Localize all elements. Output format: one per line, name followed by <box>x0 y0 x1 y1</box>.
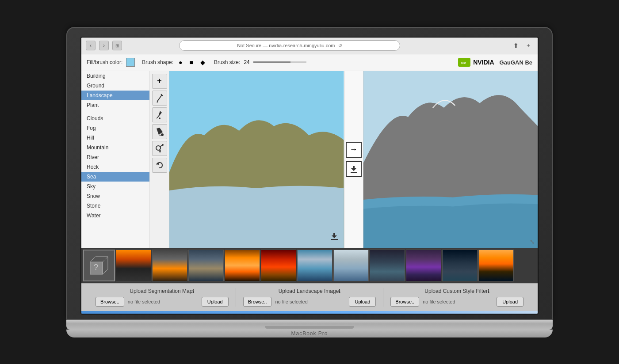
sidebar-item-ground[interactable]: Ground <box>81 81 149 91</box>
upload-style-browse-btn[interactable]: Browse.. <box>390 297 419 307</box>
sidebar-item-clouds[interactable]: Clouds <box>81 114 149 123</box>
svg-line-18 <box>103 257 108 262</box>
upload-landscape-group: Upload Landscape Imageℹ Browse.. no file… <box>236 288 384 307</box>
download-btn[interactable] <box>346 161 362 177</box>
upload-seg-browse-btn[interactable]: Browse.. <box>96 297 124 307</box>
browser-tab-icon: ⊞ <box>112 41 122 50</box>
expand-result-icon[interactable]: ⤡ <box>530 238 535 245</box>
brush-square-btn[interactable]: ■ <box>188 58 195 67</box>
style-thumb-9[interactable] <box>406 250 441 281</box>
app-name: GauGAN Be <box>500 59 532 66</box>
sidebar-item-stone[interactable]: Stone <box>81 201 149 211</box>
style-thumb-6[interactable] <box>297 250 332 281</box>
svg-point-5 <box>159 118 160 119</box>
upload-seg-title: Upload Segmentation Mapℹ <box>96 288 229 294</box>
svg-point-6 <box>161 133 164 136</box>
sidebar-item-river[interactable]: River <box>81 152 149 162</box>
brush-size-label: Brush size: <box>214 59 240 65</box>
brush-shape-label: Brush shape: <box>142 59 173 65</box>
fill-tool-btn[interactable] <box>152 124 167 139</box>
nvidia-label: NVIDIA <box>473 59 494 66</box>
svg-text:?: ? <box>94 263 98 272</box>
pen-tool-btn[interactable] <box>152 91 167 106</box>
result-image: ⤡ <box>363 71 538 248</box>
sidebar-item-landscape[interactable]: Landscape <box>81 91 149 100</box>
style-thumb-10[interactable] <box>442 250 478 281</box>
upload-section: Upload Segmentation Mapℹ Browse.. no fil… <box>81 283 538 311</box>
svg-line-2 <box>157 95 162 101</box>
sidebar-item-mountain[interactable]: Mountain <box>81 143 149 152</box>
svg-rect-14 <box>351 172 357 173</box>
upload-seg-file-label: no file selected <box>128 299 198 304</box>
upload-landscape-file-label: no file selected <box>275 299 345 304</box>
sidebar-item-water[interactable]: Water <box>81 211 149 220</box>
laptop-base: MacBook Pro <box>66 330 553 337</box>
style-thumb-3[interactable] <box>188 250 224 281</box>
style-thumb-8[interactable] <box>370 250 405 281</box>
upload-style-title: Upload Custom Style Filterℹ <box>390 288 523 294</box>
download-canvas-btn[interactable] <box>329 231 340 243</box>
browser-share-icon[interactable]: ⬆ <box>511 41 521 50</box>
generate-btn[interactable]: → <box>346 142 362 158</box>
sidebar-item-snow[interactable]: Snow <box>81 191 149 201</box>
app-toolbar: Fill/brush color: Brush shape: ● ■ ◆ Bru… <box>81 54 538 71</box>
style-thumb-11[interactable] <box>478 250 514 281</box>
undo-tool-btn[interactable] <box>152 158 167 173</box>
style-thumb-7[interactable] <box>333 250 369 281</box>
drawing-canvas[interactable] <box>169 71 344 248</box>
upload-landscape-browse-btn[interactable]: Browse.. <box>243 297 272 307</box>
nvidia-icon: NV <box>458 58 470 67</box>
sidebar-item-sky[interactable]: Sky <box>81 182 149 191</box>
brush-size-value: 24 <box>244 59 249 65</box>
upload-style-group: Upload Custom Style Filterℹ Browse.. no … <box>383 288 531 307</box>
sidebar-item-building[interactable]: Building <box>81 71 149 81</box>
tools-panel: + <box>150 71 169 248</box>
browser-back-btn[interactable]: ‹ <box>86 41 96 50</box>
sidebar-item-plant[interactable]: Plant <box>81 100 149 110</box>
style-thumb-2[interactable] <box>152 250 187 281</box>
svg-point-10 <box>162 144 164 146</box>
laptop-label: MacBook Pro <box>291 330 328 337</box>
brush-tool-btn[interactable] <box>152 107 167 122</box>
sidebar-item-rock[interactable]: Rock <box>81 162 149 172</box>
status-bar <box>81 311 538 314</box>
style-thumbnails-strip: ? <box>81 248 538 283</box>
brush-diamond-btn[interactable]: ◆ <box>199 58 207 67</box>
browser-add-tab-icon[interactable]: + <box>523 41 533 50</box>
color-swatch[interactable] <box>126 58 135 67</box>
upload-seg-btn[interactable]: Upload <box>202 297 229 307</box>
random-style-btn[interactable]: ? <box>83 250 115 281</box>
svg-line-17 <box>90 257 96 262</box>
browser-address-bar[interactable]: Not Secure — nvidia-research-mingyuliu.c… <box>179 40 400 51</box>
browser-forward-btn[interactable]: › <box>99 41 109 50</box>
style-thumb-1[interactable] <box>116 250 151 281</box>
brush-size-slider[interactable] <box>253 61 306 63</box>
arrow-panel: → <box>344 71 363 248</box>
upload-style-file-label: no file selected <box>423 299 493 304</box>
upload-segmentation-group: Upload Segmentation Mapℹ Browse.. no fil… <box>88 288 236 307</box>
sidebar-item-hill[interactable]: Hill <box>81 133 149 143</box>
label-sidebar: Building Ground Landscape Plant Clouds F… <box>81 71 150 248</box>
upload-style-btn[interactable]: Upload <box>497 297 523 307</box>
sidebar-item-sea[interactable]: Sea <box>81 172 149 182</box>
sidebar-item-fog[interactable]: Fog <box>81 123 149 133</box>
nvidia-logo: NV NVIDIA GauGAN Be <box>458 58 532 67</box>
brush-circle-btn[interactable]: ● <box>177 58 184 67</box>
fill-label: Fill/brush color: <box>87 59 122 65</box>
add-tool-btn[interactable]: + <box>152 74 167 89</box>
svg-text:NV: NV <box>461 61 466 65</box>
eyedropper-tool-btn[interactable] <box>152 141 167 156</box>
svg-point-8 <box>156 146 160 150</box>
style-thumb-4[interactable] <box>225 250 260 281</box>
upload-landscape-btn[interactable]: Upload <box>349 297 376 307</box>
style-thumb-5[interactable] <box>261 250 296 281</box>
svg-rect-13 <box>331 239 338 240</box>
upload-landscape-title: Upload Landscape Imageℹ <box>243 288 376 294</box>
